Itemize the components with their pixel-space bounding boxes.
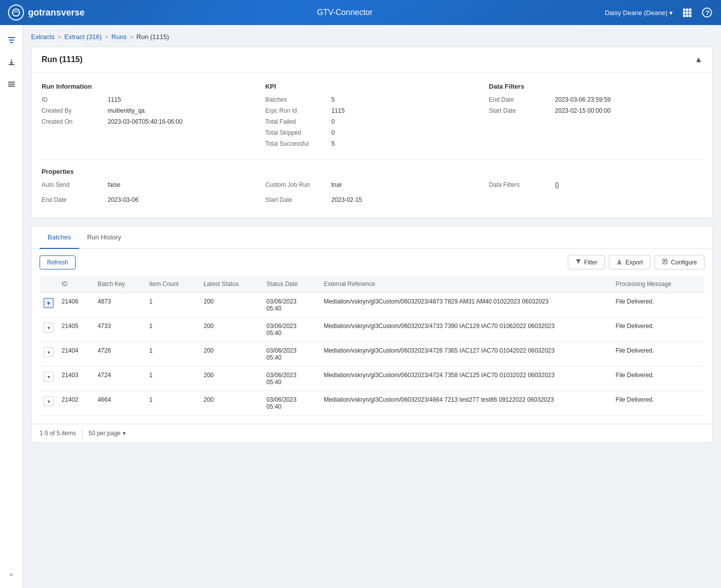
table-wrapper: ID Batch Key Item Count Latest Status St…: [32, 275, 712, 424]
row-item-count-5: 1: [145, 391, 200, 416]
row-ext-ref-1: Mediation/vskryn/gl3Custom/06032023/4873…: [320, 293, 612, 318]
table-header-row: ID Batch Key Item Count Latest Status St…: [40, 275, 704, 293]
kpi-erpc-run-id: Erpc Run Id 1115: [265, 107, 479, 114]
svg-rect-2: [686, 9, 688, 11]
run-info-createdby-value: multientity_qa: [108, 107, 145, 114]
toolbar-left: Refresh: [40, 255, 76, 269]
help-icon[interactable]: ?: [701, 7, 713, 19]
collapse-button[interactable]: ▲: [694, 55, 702, 64]
row-expand-1[interactable]: ▼: [40, 293, 58, 318]
run-info-id-label: ID: [42, 96, 102, 103]
breadcrumb-extract-316[interactable]: Extract (316): [65, 33, 102, 41]
export-label: Export: [625, 259, 643, 266]
svg-rect-17: [8, 84, 15, 85]
properties-title: Properties: [42, 168, 702, 175]
kpi-batches: Batches 5: [265, 96, 479, 103]
row-ext-ref-4: Mediation/vskryn/gl3Custom/06032023/4724…: [320, 367, 612, 391]
sidebar-expand-btn[interactable]: »: [6, 567, 17, 582]
run-card-title: Run (1115): [42, 55, 83, 64]
sidebar-icon-download[interactable]: [3, 53, 21, 71]
kpi-skipped-label: Total Skipped: [265, 129, 325, 136]
prop-data-filters-label: Data Filters: [489, 181, 549, 188]
export-icon: [616, 258, 622, 266]
svg-rect-12: [8, 37, 15, 38]
row-expand-4[interactable]: ▾: [40, 367, 58, 391]
grid-icon[interactable]: [681, 7, 693, 19]
configure-icon: [662, 258, 668, 266]
tab-run-history[interactable]: Run History: [79, 226, 129, 249]
table-row: ▾ 21402 4664 1 200 03/06/202305:40 Media…: [40, 391, 704, 416]
app-logo[interactable]: gotransverse: [8, 5, 85, 21]
kpi-section: KPI Batches 5 Erpc Run Id 1115 Total Fai…: [265, 83, 479, 151]
row-status-3: 200: [200, 342, 262, 367]
page-title: GTV-Connector: [85, 8, 605, 17]
row-batch-key-4: 4724: [94, 367, 145, 391]
prop-start-date-value: 2023-02-15: [331, 196, 362, 203]
run-information-section: Run Information ID 1115 Created By multi…: [42, 83, 255, 151]
run-card: Run (1115) ▲ Run Information ID 1115 Cre…: [31, 47, 713, 218]
row-batch-key-5: 4664: [94, 391, 145, 416]
col-status-date: Status Date: [262, 275, 320, 293]
data-filters-end-label: End Date: [489, 96, 549, 103]
row-id-4: 21403: [58, 367, 94, 391]
breadcrumb-current: Run (1115): [137, 33, 169, 41]
properties-grid: Auto Send false Custom Job Run true Data…: [42, 181, 702, 207]
kpi-skipped-value: 0: [331, 129, 335, 136]
toolbar-right: Filter Export: [568, 255, 704, 269]
row-batch-key-2: 4733: [94, 318, 145, 342]
sidebar-expand-label[interactable]: »: [6, 567, 17, 582]
table-row: ▾ 21405 4733 1 200 03/06/202305:40 Media…: [40, 318, 704, 342]
row-status-date-2: 03/06/202305:40: [262, 318, 320, 342]
row-status-date-1: 03/06/202305:40: [262, 293, 320, 318]
refresh-button[interactable]: Refresh: [40, 255, 76, 269]
configure-label: Configure: [671, 259, 697, 266]
prop-start-date: Start Date 2023-02-15: [265, 196, 479, 203]
breadcrumb-extracts[interactable]: Extracts: [31, 33, 55, 41]
per-page-selector[interactable]: 50 per page ▾: [89, 430, 126, 437]
user-menu[interactable]: Daisy Deane (Deane) ▾: [605, 9, 673, 17]
row-expand-2[interactable]: ▾: [40, 318, 58, 342]
row-status-1: 200: [200, 293, 262, 318]
configure-button[interactable]: Configure: [654, 255, 704, 269]
svg-rect-9: [689, 15, 691, 17]
pagination-summary: 1-5 of 5 items: [40, 430, 76, 437]
kpi-erpc-label: Erpc Run Id: [265, 107, 325, 114]
breadcrumb-sep-2: >: [105, 33, 109, 41]
svg-point-0: [13, 9, 20, 16]
run-info-createdby-label: Created By: [42, 107, 102, 114]
data-filters-section: Data Filters End Date 2023-03-06 23:59:5…: [489, 83, 702, 151]
prop-end-date-value: 2023-03-06: [108, 196, 138, 203]
row-batch-key-3: 4726: [94, 342, 145, 367]
run-info-id: ID 1115: [42, 96, 255, 103]
tab-batches[interactable]: Batches: [40, 226, 79, 249]
kpi-erpc-value: 1115: [331, 107, 345, 114]
data-filters-start-label: Start Date: [489, 107, 549, 114]
run-card-body: Run Information ID 1115 Created By multi…: [32, 73, 712, 217]
row-item-count-3: 1: [145, 342, 200, 367]
row-proc-msg-1: File Delivered.: [611, 293, 704, 318]
filter-button[interactable]: Filter: [568, 255, 605, 269]
row-expand-5[interactable]: ▾: [40, 391, 58, 416]
prop-end-date-label: End Date: [42, 196, 102, 203]
pagination: 1-5 of 5 items 50 per page ▾: [32, 424, 712, 442]
main-layout: » Extracts > Extract (316) > Runs > Run …: [0, 25, 721, 588]
sidebar-icon-filter[interactable]: [3, 31, 21, 49]
svg-rect-8: [686, 15, 688, 17]
row-item-count-4: 1: [145, 367, 200, 391]
data-filters-start-value: 2023-02-15 00:00:00: [555, 107, 610, 114]
prop-custom-job-run: Custom Job Run true: [265, 181, 479, 188]
refresh-label: Refresh: [47, 259, 68, 266]
kpi-failed-value: 0: [331, 118, 335, 125]
col-latest-status: Latest Status: [200, 275, 262, 293]
run-info-created-on: Created On 2023-03-06T05:40:16-06:00: [42, 118, 255, 125]
svg-rect-13: [9, 40, 14, 41]
top-navigation: gotransverse GTV-Connector Daisy Deane (…: [0, 0, 721, 25]
export-button[interactable]: Export: [609, 255, 650, 269]
breadcrumb-runs[interactable]: Runs: [112, 33, 127, 41]
row-proc-msg-2: File Delivered.: [611, 318, 704, 342]
kpi-total-failed: Total Failed 0: [265, 118, 479, 125]
row-expand-3[interactable]: ▾: [40, 342, 58, 367]
kpi-title: KPI: [265, 83, 479, 90]
sidebar-icon-list[interactable]: [3, 75, 21, 93]
per-page-arrow: ▾: [123, 430, 126, 437]
